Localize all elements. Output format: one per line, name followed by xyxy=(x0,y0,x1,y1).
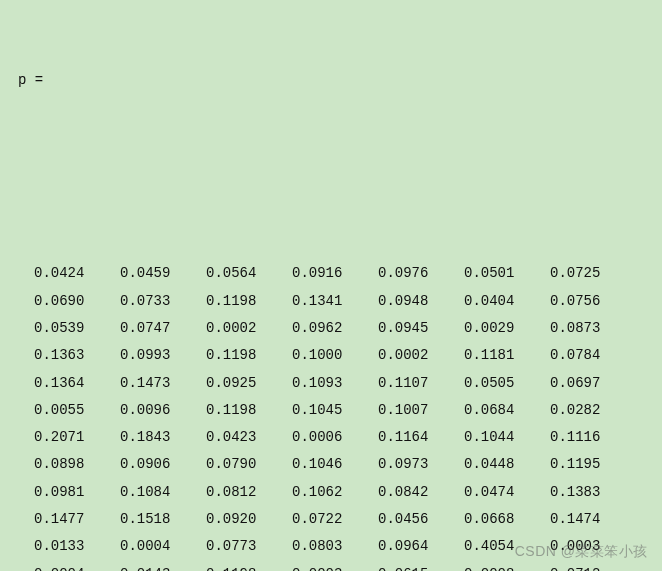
matrix-cell: 0.0981 xyxy=(34,479,120,506)
matrix-cell: 0.0756 xyxy=(550,288,636,315)
matrix-cell: 0.0456 xyxy=(378,506,464,533)
matrix-cell: 0.0505 xyxy=(464,370,550,397)
matrix-cell: 0.0006 xyxy=(292,424,378,451)
matrix-row: 0.06900.07330.11980.13410.09480.04040.07… xyxy=(34,288,662,315)
matrix-cell: 0.4054 xyxy=(464,533,550,560)
matrix-cell: 0.0668 xyxy=(464,506,550,533)
matrix-cell: 0.1116 xyxy=(550,424,636,451)
matrix-row: 0.13630.09930.11980.10000.00020.11810.07… xyxy=(34,342,662,369)
matrix-cell: 0.0615 xyxy=(378,561,464,571)
matrix-cell: 0.0003 xyxy=(292,561,378,571)
matrix-cell: 0.1007 xyxy=(378,397,464,424)
variable-label-p: p = xyxy=(0,67,662,94)
matrix-row: 0.01330.00040.07730.08030.09640.40540.00… xyxy=(34,533,662,560)
matrix-cell: 0.0684 xyxy=(464,397,550,424)
matrix-cell: 0.1195 xyxy=(550,451,636,478)
matrix-row: 0.14770.15180.09200.07220.04560.06680.14… xyxy=(34,506,662,533)
matrix-cell: 0.1198 xyxy=(206,561,292,571)
matrix-cell: 0.0459 xyxy=(120,260,206,287)
matrix-cell: 0.1518 xyxy=(120,506,206,533)
matrix-row: 0.05390.07470.00020.09620.09450.00290.08… xyxy=(34,315,662,342)
matrix-cell: 0.0945 xyxy=(378,315,464,342)
matrix-cell: 0.1107 xyxy=(378,370,464,397)
matrix-cell: 0.1044 xyxy=(464,424,550,451)
matrix-cell: 0.0002 xyxy=(378,342,464,369)
matrix-cell: 0.0873 xyxy=(550,315,636,342)
matrix-row: 0.20710.18430.04230.00060.11640.10440.11… xyxy=(34,424,662,451)
matrix-cell: 0.0784 xyxy=(550,342,636,369)
matrix-cell: 0.1164 xyxy=(378,424,464,451)
matrix-cell: 0.0803 xyxy=(292,533,378,560)
matrix-p: 0.04240.04590.05640.09160.09760.05010.07… xyxy=(0,252,662,571)
matrix-row: 0.04240.04590.05640.09160.09760.05010.07… xyxy=(34,260,662,287)
matrix-row: 0.13640.14730.09250.10930.11070.05050.06… xyxy=(34,370,662,397)
matrix-row: 0.00040.01430.11980.00030.06150.00080.07… xyxy=(34,561,662,571)
matrix-cell: 0.0993 xyxy=(120,342,206,369)
matrix-cell: 0.0916 xyxy=(292,260,378,287)
matrix-cell: 0.1062 xyxy=(292,479,378,506)
matrix-cell: 0.1474 xyxy=(550,506,636,533)
matrix-cell: 0.0842 xyxy=(378,479,464,506)
matrix-cell: 0.1843 xyxy=(120,424,206,451)
matrix-cell: 0.0004 xyxy=(120,533,206,560)
matrix-cell: 0.0773 xyxy=(206,533,292,560)
matrix-cell: 0.0424 xyxy=(34,260,120,287)
matrix-cell: 0.0725 xyxy=(550,260,636,287)
matrix-cell: 0.1093 xyxy=(292,370,378,397)
matrix-cell: 0.1084 xyxy=(120,479,206,506)
matrix-cell: 0.0004 xyxy=(34,561,120,571)
matrix-cell: 0.1364 xyxy=(34,370,120,397)
matrix-cell: 0.1477 xyxy=(34,506,120,533)
matrix-cell: 0.0008 xyxy=(464,561,550,571)
matrix-cell: 0.0722 xyxy=(292,506,378,533)
matrix-cell: 0.0973 xyxy=(378,451,464,478)
matrix-cell: 0.1198 xyxy=(206,397,292,424)
matrix-cell: 0.0539 xyxy=(34,315,120,342)
matrix-cell: 0.0712 xyxy=(550,561,636,571)
matrix-cell: 0.0898 xyxy=(34,451,120,478)
matrix-row: 0.00550.00960.11980.10450.10070.06840.02… xyxy=(34,397,662,424)
matrix-cell: 0.0747 xyxy=(120,315,206,342)
matrix-cell: 0.2071 xyxy=(34,424,120,451)
matrix-cell: 0.1045 xyxy=(292,397,378,424)
matrix-cell: 0.1363 xyxy=(34,342,120,369)
matrix-cell: 0.0976 xyxy=(378,260,464,287)
matrix-cell: 0.0133 xyxy=(34,533,120,560)
matrix-cell: 0.0920 xyxy=(206,506,292,533)
matrix-cell: 0.0948 xyxy=(378,288,464,315)
matrix-cell: 0.0448 xyxy=(464,451,550,478)
matrix-cell: 0.1341 xyxy=(292,288,378,315)
matrix-cell: 0.0733 xyxy=(120,288,206,315)
matrix-row: 0.09810.10840.08120.10620.08420.04740.13… xyxy=(34,479,662,506)
matrix-cell: 0.1000 xyxy=(292,342,378,369)
matrix-cell: 0.0925 xyxy=(206,370,292,397)
matrix-cell: 0.0906 xyxy=(120,451,206,478)
matrix-cell: 0.1181 xyxy=(464,342,550,369)
matrix-cell: 0.0812 xyxy=(206,479,292,506)
matrix-cell: 0.0501 xyxy=(464,260,550,287)
matrix-row: 0.08980.09060.07900.10460.09730.04480.11… xyxy=(34,451,662,478)
matrix-cell: 0.0964 xyxy=(378,533,464,560)
matrix-cell: 0.0790 xyxy=(206,451,292,478)
matrix-cell: 0.0143 xyxy=(120,561,206,571)
matrix-cell: 0.0423 xyxy=(206,424,292,451)
matrix-cell: 0.0690 xyxy=(34,288,120,315)
command-output: p = 0.04240.04590.05640.09160.09760.0501… xyxy=(0,0,662,571)
matrix-cell: 0.0474 xyxy=(464,479,550,506)
matrix-cell: 0.0029 xyxy=(464,315,550,342)
matrix-cell: 0.0096 xyxy=(120,397,206,424)
matrix-cell: 0.1046 xyxy=(292,451,378,478)
matrix-cell: 0.0564 xyxy=(206,260,292,287)
matrix-cell: 0.0002 xyxy=(206,315,292,342)
matrix-cell: 0.1383 xyxy=(550,479,636,506)
matrix-cell: 0.1198 xyxy=(206,288,292,315)
matrix-cell: 0.0697 xyxy=(550,370,636,397)
matrix-cell: 0.0404 xyxy=(464,288,550,315)
matrix-cell: 0.0962 xyxy=(292,315,378,342)
matrix-cell: 0.1198 xyxy=(206,342,292,369)
matrix-cell: 0.0003 xyxy=(550,533,636,560)
matrix-cell: 0.1473 xyxy=(120,370,206,397)
matrix-cell: 0.0282 xyxy=(550,397,636,424)
matrix-cell: 0.0055 xyxy=(34,397,120,424)
